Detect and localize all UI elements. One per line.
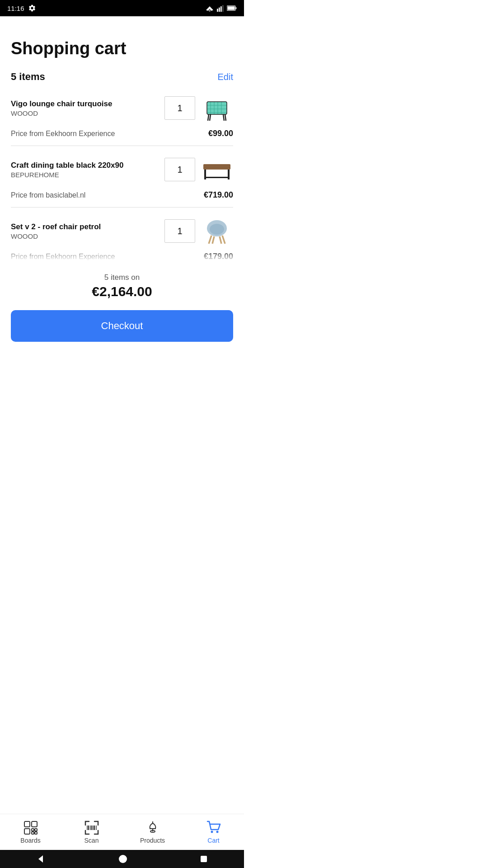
checkout-button[interactable]: Checkout xyxy=(11,310,233,342)
svg-line-20 xyxy=(210,114,211,121)
svg-line-32 xyxy=(222,236,225,244)
item-price-from-partial: Price from Eekhoorn Experience xyxy=(11,253,115,261)
item-name: Craft dining table black 220x90 xyxy=(11,160,159,170)
item-price-from: Price from Eekhoorn Experience xyxy=(11,130,115,138)
item-price-row-partial: Price from Eekhoorn Experience €179.00 xyxy=(11,252,233,261)
cart-item: Vigo lounge chair turquoise WOOOD 1 xyxy=(11,92,233,146)
item-brand: WOOOD xyxy=(11,232,159,240)
svg-rect-23 xyxy=(203,164,230,170)
svg-point-2 xyxy=(209,10,210,11)
status-bar: 11:16 xyxy=(0,0,244,16)
page-title: Shopping cart xyxy=(11,39,233,58)
item-quantity[interactable]: 1 xyxy=(164,158,195,181)
time-display: 11:16 xyxy=(7,5,24,12)
item-quantity[interactable]: 1 xyxy=(164,96,195,120)
main-content: Shopping cart 5 items Edit Vigo lounge c… xyxy=(0,16,244,342)
svg-line-34 xyxy=(220,236,221,244)
svg-line-33 xyxy=(212,236,214,244)
svg-rect-6 xyxy=(222,5,224,12)
item-price-row: Price from Eekhoorn Experience €99.00 xyxy=(11,129,233,146)
item-brand: WOOOD xyxy=(11,109,159,117)
svg-rect-3 xyxy=(217,9,218,12)
item-price-row: Price from basiclabel.nl €719.00 xyxy=(11,190,233,208)
item-image xyxy=(201,92,233,124)
item-price-partial: €179.00 xyxy=(204,252,233,261)
item-quantity[interactable]: 1 xyxy=(164,219,195,243)
svg-line-31 xyxy=(209,236,211,244)
item-name: Set v 2 - roef chair petrol xyxy=(11,222,159,232)
item-brand: BEPUREHOME xyxy=(11,171,159,179)
cart-summary: 5 items on €2,164.00 xyxy=(11,264,233,307)
svg-rect-4 xyxy=(219,8,220,12)
svg-line-18 xyxy=(208,114,209,121)
cart-item: Craft dining table black 220x90 BEPUREHO… xyxy=(11,153,233,208)
summary-total: €2,164.00 xyxy=(11,284,233,299)
item-name: Vigo lounge chair turquoise xyxy=(11,99,159,109)
status-icons xyxy=(205,5,237,12)
item-price: €99.00 xyxy=(208,129,233,138)
cart-item: Set v 2 - roef chair petrol WOOOD 1 xyxy=(11,215,233,261)
svg-rect-8 xyxy=(235,7,236,9)
item-image xyxy=(201,153,233,186)
edit-button[interactable]: Edit xyxy=(218,72,233,82)
summary-items-label: 5 items on xyxy=(11,273,233,282)
item-price-from: Price from basiclabel.nl xyxy=(11,191,85,199)
svg-line-19 xyxy=(225,114,226,121)
gear-icon xyxy=(28,4,36,12)
svg-rect-9 xyxy=(227,6,235,9)
items-count: 5 items xyxy=(11,71,45,83)
items-header: 5 items Edit xyxy=(11,71,233,83)
item-image xyxy=(201,215,233,247)
svg-rect-5 xyxy=(221,6,222,12)
svg-line-21 xyxy=(223,114,224,121)
svg-rect-28 xyxy=(204,177,230,178)
svg-point-30 xyxy=(210,224,224,235)
item-price: €719.00 xyxy=(204,190,233,200)
